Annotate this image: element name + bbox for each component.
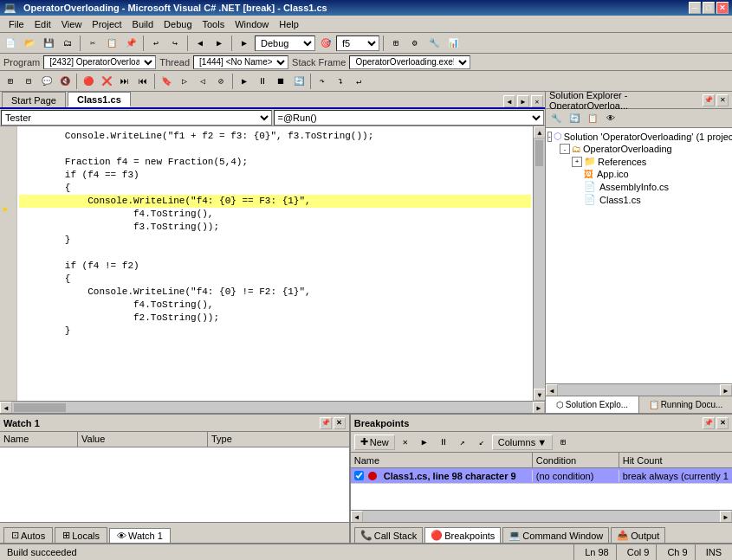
scroll-thumb-v[interactable] <box>535 140 543 166</box>
menu-help[interactable]: Help <box>274 17 304 31</box>
target-combo[interactable]: f5 <box>336 35 379 51</box>
menu-tools[interactable]: Tools <box>198 17 230 31</box>
tab-locals[interactable]: ⊞ Locals <box>55 527 107 543</box>
tab-callstack[interactable]: 📞 Call Stack <box>354 527 424 543</box>
forward-btn[interactable]: ▶ <box>211 35 228 52</box>
windows-btn[interactable]: ⊞ <box>387 35 405 52</box>
bp-prev-btn[interactable]: ⏮ <box>134 73 152 90</box>
debug-combo[interactable]: Debug <box>255 35 315 51</box>
bp-new-btn[interactable]: ✚ New <box>354 434 395 450</box>
copy-btn[interactable]: 📋 <box>103 35 120 52</box>
se-copy-btn[interactable]: 📋 <box>584 110 601 127</box>
bp-close-btn[interactable]: ✕ <box>716 417 729 429</box>
tree-solution[interactable]: - ⬡ Solution 'OperatorOverloading' (1 pr… <box>547 130 730 143</box>
program-combo[interactable]: [2432] OperatorOverloa... <box>43 55 156 69</box>
menu-project[interactable]: Project <box>87 17 126 31</box>
bp-scrollbar-h[interactable]: ◀ ▶ <box>351 510 732 522</box>
watch-pin-btn[interactable]: 📌 <box>320 417 332 429</box>
tree-app-ico[interactable]: 🖼 App.ico <box>547 168 730 180</box>
menu-edit[interactable]: Edit <box>29 17 56 31</box>
tab-startpage[interactable]: Start Page <box>2 92 66 107</box>
new-btn[interactable]: 📄 <box>2 35 19 52</box>
bp-toggle-btn[interactable]: 🔴 <box>80 73 97 90</box>
bp-scroll-left[interactable]: ◀ <box>351 511 363 523</box>
watch-close-btn[interactable]: ✕ <box>334 417 346 429</box>
menu-file[interactable]: File <box>3 17 29 31</box>
toolbar-btn2[interactable]: ⚙ <box>406 35 424 52</box>
bp-disable-btn[interactable]: ⏸ <box>435 434 452 451</box>
start-btn[interactable]: ▶ <box>236 35 253 52</box>
bp-clear-btn[interactable]: ❌ <box>98 73 115 90</box>
redo-btn[interactable]: ↪ <box>166 35 184 52</box>
step-out-btn[interactable]: ↵ <box>350 73 367 90</box>
se-show-btn[interactable]: 👁 <box>602 110 619 127</box>
se-close-btn[interactable]: ✕ <box>716 94 729 106</box>
expand-solution[interactable]: - <box>547 132 552 142</box>
uncomment-btn[interactable]: 🔇 <box>56 73 74 90</box>
tab-close[interactable]: ✕ <box>531 95 543 107</box>
menu-build[interactable]: Build <box>127 17 159 31</box>
target-btn[interactable]: 🎯 <box>317 35 334 52</box>
bp-import-btn[interactable]: ↙ <box>473 434 490 451</box>
se-scroll-right[interactable]: ▶ <box>720 384 732 396</box>
tab-nav-left[interactable]: ◀ <box>503 95 515 107</box>
outdent-btn[interactable]: ⊟ <box>20 73 37 90</box>
tab-nav-right[interactable]: ▶ <box>517 95 529 107</box>
se-tab-running[interactable]: 📋 Running Docu... <box>639 396 732 413</box>
tab-watch1[interactable]: 👁 Watch 1 <box>109 528 171 543</box>
method-combo[interactable]: =@Run() <box>274 110 545 126</box>
scope-combo[interactable]: Tester <box>1 110 272 126</box>
bp-export-btn[interactable]: ↗ <box>454 434 471 451</box>
expand-references[interactable]: + <box>572 157 582 167</box>
restart-btn[interactable]: 🔄 <box>290 73 308 90</box>
bp-pin-btn[interactable]: 📌 <box>703 417 715 429</box>
close-button[interactable]: ✕ <box>716 2 729 14</box>
scroll-down-btn[interactable]: ▼ <box>534 389 545 401</box>
bp-extra-btn[interactable]: ⊞ <box>554 434 572 451</box>
bookmark-prev[interactable]: ◁ <box>194 73 211 90</box>
scroll-right-btn[interactable]: ▶ <box>533 402 545 413</box>
menu-debug[interactable]: Debug <box>159 17 197 31</box>
editor-scrollbar-h[interactable]: ◀ ▶ <box>0 401 545 413</box>
tree-assemblyinfo[interactable]: 📄 AssemblyInfo.cs <box>547 180 730 193</box>
se-scroll-left[interactable]: ◀ <box>546 384 558 396</box>
cut-btn[interactable]: ✂ <box>84 35 101 52</box>
tab-commandwindow[interactable]: 💻 Command Window <box>502 527 609 543</box>
menu-window[interactable]: Window <box>230 17 274 31</box>
indent-btn[interactable]: ⊞ <box>2 73 19 90</box>
toolbar-btn3[interactable]: 🔧 <box>425 35 443 52</box>
minimize-button[interactable]: ─ <box>689 2 701 14</box>
tab-breakpoints[interactable]: 🔴 Breakpoints <box>424 527 501 543</box>
bp-delete-btn[interactable]: ✕ <box>397 434 414 451</box>
expand-project[interactable]: - <box>560 144 570 154</box>
menu-view[interactable]: View <box>56 17 87 31</box>
tab-output[interactable]: 📤 Output <box>611 527 665 543</box>
thread-combo[interactable]: [1444] <No Name> <box>193 55 288 69</box>
se-props-btn[interactable]: 🔧 <box>547 110 565 127</box>
comment-btn[interactable]: 💬 <box>38 73 55 90</box>
bp-next-btn[interactable]: ⏭ <box>116 73 133 90</box>
stackframe-combo[interactable]: OperatorOverloading.exe!Tester... <box>349 55 470 69</box>
scroll-left-btn[interactable]: ◀ <box>0 402 12 413</box>
bookmark-toggle[interactable]: 🔖 <box>158 73 175 90</box>
bookmark-next[interactable]: ▷ <box>176 73 193 90</box>
scroll-thumb-h[interactable] <box>14 403 66 412</box>
code-content[interactable]: Console.WriteLine("f1 + f2 = f3: {0}", f… <box>17 126 533 401</box>
bp-scroll-right[interactable]: ▶ <box>720 511 732 523</box>
bp-checkbox[interactable] <box>354 471 364 480</box>
step-over-btn[interactable]: ↷ <box>314 73 331 90</box>
save-all-btn[interactable]: 🗂 <box>59 35 76 52</box>
se-scrollbar-h[interactable]: ◀ ▶ <box>546 383 732 396</box>
se-refresh-btn[interactable]: 🔄 <box>566 110 583 127</box>
scroll-up-btn[interactable]: ▲ <box>534 126 545 138</box>
save-btn[interactable]: 💾 <box>40 35 57 52</box>
run-btn[interactable]: ▶ <box>236 73 253 90</box>
open-btn[interactable]: 📂 <box>21 35 38 52</box>
tab-autos[interactable]: ⊡ Autos <box>3 527 53 543</box>
bookmark-clear[interactable]: ⊘ <box>212 73 230 90</box>
tree-class1[interactable]: 📄 Class1.cs <box>547 193 730 206</box>
maximize-button[interactable]: □ <box>703 2 715 14</box>
tree-references[interactable]: + 📁 References <box>547 155 730 168</box>
step-into-btn[interactable]: ↴ <box>332 73 349 90</box>
toolbar-btn4[interactable]: 📊 <box>444 35 462 52</box>
